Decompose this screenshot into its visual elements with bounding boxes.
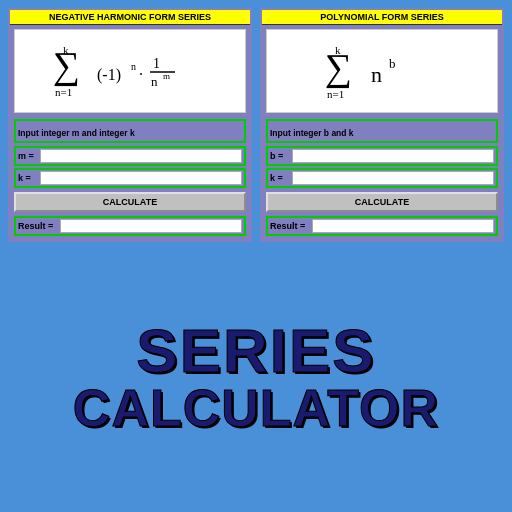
right-input-label: Input integer b and k xyxy=(270,127,354,139)
left-input-label-row: Input integer m and integer k xyxy=(14,119,246,143)
svg-text:k: k xyxy=(63,44,69,56)
svg-text:m: m xyxy=(163,71,170,81)
left-input-label: Input integer m and integer k xyxy=(18,127,135,139)
title-area: SERIES CALCULATOR xyxy=(0,246,512,512)
calculators-row: NEGATIVE HARMONIC FORM SERIES ∑ n=1 k (-… xyxy=(0,0,512,246)
svg-text:n: n xyxy=(371,62,382,87)
svg-text:n: n xyxy=(151,74,158,89)
right-panel-title: POLYNOMIAL FORM SERIES xyxy=(262,10,502,25)
right-panel: POLYNOMIAL FORM SERIES ∑ n=1 k n b Inpu xyxy=(260,8,504,242)
svg-text:·: · xyxy=(139,66,143,83)
left-m-row: m = xyxy=(14,146,246,166)
right-result-label: Result = xyxy=(270,221,310,231)
svg-text:n=1: n=1 xyxy=(327,88,344,100)
right-formula-box: ∑ n=1 k n b xyxy=(266,29,498,113)
left-result-row: Result = xyxy=(14,216,246,236)
left-result-field xyxy=(60,219,242,233)
left-formula-svg: ∑ n=1 k (-1) n · 1 n m xyxy=(21,36,239,106)
left-calculate-button[interactable]: CALCULATE xyxy=(14,192,246,212)
svg-text:n: n xyxy=(131,61,136,72)
left-m-label: m = xyxy=(18,151,38,161)
left-panel: NEGATIVE HARMONIC FORM SERIES ∑ n=1 k (-… xyxy=(8,8,252,242)
svg-text:1: 1 xyxy=(153,56,160,71)
svg-text:(-1): (-1) xyxy=(97,66,121,84)
left-k-label: k = xyxy=(18,173,38,183)
title-calculator: CALCULATOR xyxy=(73,382,439,434)
svg-text:b: b xyxy=(389,56,396,71)
right-k-row: k = xyxy=(266,168,498,188)
right-result-field xyxy=(312,219,494,233)
right-b-row: b = xyxy=(266,146,498,166)
left-k-row: k = xyxy=(14,168,246,188)
right-result-row: Result = xyxy=(266,216,498,236)
title-series: SERIES xyxy=(136,320,375,382)
left-m-input[interactable] xyxy=(40,149,242,163)
svg-text:n=1: n=1 xyxy=(55,86,72,98)
right-calculate-button[interactable]: CALCULATE xyxy=(266,192,498,212)
left-result-label: Result = xyxy=(18,221,58,231)
left-k-input[interactable] xyxy=(40,171,242,185)
right-input-label-row: Input integer b and k xyxy=(266,119,498,143)
left-formula-box: ∑ n=1 k (-1) n · 1 n m xyxy=(14,29,246,113)
svg-text:k: k xyxy=(335,44,341,56)
right-panel-body: Input integer b and k b = k = CALCULATE … xyxy=(262,117,502,240)
right-b-label: b = xyxy=(270,151,290,161)
main-container: NEGATIVE HARMONIC FORM SERIES ∑ n=1 k (-… xyxy=(0,0,512,512)
right-formula-svg: ∑ n=1 k n b xyxy=(273,36,491,106)
right-k-input[interactable] xyxy=(292,171,494,185)
right-k-label: k = xyxy=(270,173,290,183)
left-panel-body: Input integer m and integer k m = k = CA… xyxy=(10,117,250,240)
right-b-input[interactable] xyxy=(292,149,494,163)
left-panel-title: NEGATIVE HARMONIC FORM SERIES xyxy=(10,10,250,25)
